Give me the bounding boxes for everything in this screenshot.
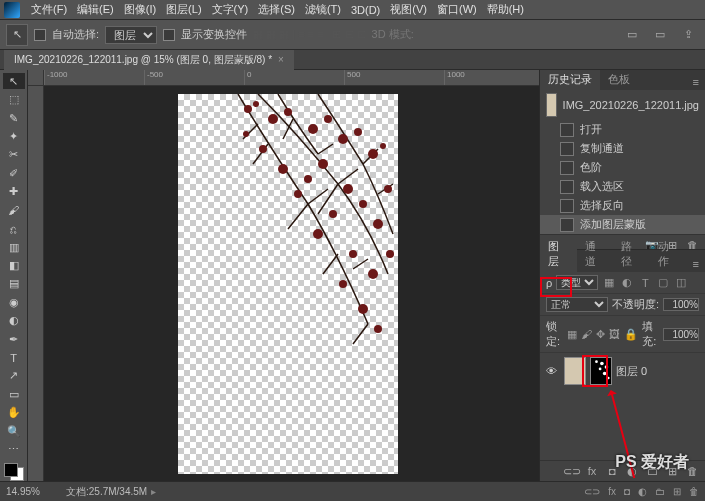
footer-link-icon[interactable]: ⊂⊃ <box>584 486 600 497</box>
panel-menu-icon[interactable]: ≡ <box>687 74 705 90</box>
lock-pos-icon[interactable]: ✥ <box>596 327 605 341</box>
tab-actions[interactable]: 动作 <box>650 236 687 272</box>
layer-row[interactable]: 👁 图层 0 <box>540 353 705 389</box>
history-brush-tool[interactable]: ▥ <box>3 239 25 255</box>
menu-view[interactable]: 视图(V) <box>385 0 432 19</box>
svg-point-11 <box>304 175 312 183</box>
menu-layer[interactable]: 图层(L) <box>161 0 206 19</box>
layer-name[interactable]: 图层 0 <box>616 364 647 379</box>
zoom-level[interactable]: 14.95% <box>6 486 66 497</box>
layer-list[interactable]: 👁 图层 0 添加图层蒙版 <box>540 353 705 460</box>
shape-tool[interactable]: ▭ <box>3 386 25 402</box>
footer-mask-icon[interactable]: ◘ <box>624 486 630 497</box>
tab-layers[interactable]: 图层 <box>540 236 577 272</box>
tab-channels[interactable]: 通道 <box>577 236 614 272</box>
hand-tool[interactable]: ✋ <box>3 405 25 421</box>
right-panel: 历史记录 色板 ≡ IMG_20210226_122011.jpg 打开 复制通… <box>539 70 705 481</box>
stamp-tool[interactable]: ⎌ <box>3 220 25 236</box>
move-tool[interactable]: ↖ <box>3 73 25 89</box>
panel-icon-1[interactable]: ▭ <box>621 24 643 46</box>
type-tool[interactable]: T <box>3 349 25 365</box>
history-item-open[interactable]: 打开 <box>540 120 705 139</box>
document-tab[interactable]: IMG_20210226_122011.jpg @ 15% (图层 0, 图层蒙… <box>4 50 294 70</box>
gradient-tool[interactable]: ▤ <box>3 276 25 292</box>
svg-point-20 <box>358 304 368 314</box>
filter-img-icon[interactable]: ▦ <box>602 276 616 290</box>
history-source[interactable]: IMG_20210226_122011.jpg <box>540 90 705 120</box>
footer-trash-icon[interactable]: 🗑 <box>689 486 699 497</box>
status-menu-arrow[interactable]: ▸ <box>151 486 156 497</box>
filter-adj-icon[interactable]: ◐ <box>620 276 634 290</box>
brush-tool[interactable]: 🖌 <box>3 202 25 218</box>
share-icon[interactable]: ⇪ <box>677 24 699 46</box>
filter-type-icon[interactable]: T <box>638 276 652 290</box>
tab-paths[interactable]: 路径 <box>613 236 650 272</box>
color-swatch[interactable] <box>4 463 24 481</box>
eyedropper-tool[interactable]: ✐ <box>3 165 25 181</box>
auto-select-checkbox[interactable] <box>34 29 46 41</box>
fill-input[interactable] <box>663 328 699 341</box>
tab-history[interactable]: 历史记录 <box>540 70 600 90</box>
auto-select-dropdown[interactable]: 图层 <box>105 26 157 44</box>
menu-window[interactable]: 窗口(W) <box>432 0 482 19</box>
pen-tool[interactable]: ✒ <box>3 331 25 347</box>
svg-point-26 <box>384 185 392 193</box>
visibility-icon[interactable]: 👁 <box>546 365 560 377</box>
menu-edit[interactable]: 编辑(E) <box>72 0 119 19</box>
menu-file[interactable]: 文件(F) <box>26 0 72 19</box>
menu-select[interactable]: 选择(S) <box>253 0 300 19</box>
filter-shape-icon[interactable]: ▢ <box>656 276 670 290</box>
lock-pixel-icon[interactable]: 🖌 <box>581 327 592 341</box>
watermark: PS 爱好者 <box>615 452 689 473</box>
history-thumb <box>546 93 557 117</box>
filter-smart-icon[interactable]: ◫ <box>674 276 688 290</box>
layer-kind-dropdown[interactable]: 类型 <box>556 275 598 290</box>
fg-color[interactable] <box>4 463 18 477</box>
lock-trans-icon[interactable]: ▦ <box>567 327 577 341</box>
svg-point-15 <box>329 210 337 218</box>
marquee-tool[interactable]: ⬚ <box>3 91 25 107</box>
history-item-levels[interactable]: 色阶 <box>540 158 705 177</box>
menu-image[interactable]: 图像(I) <box>119 0 161 19</box>
lock-all-icon[interactable]: 🔒 <box>624 327 638 341</box>
blur-tool[interactable]: ◉ <box>3 294 25 310</box>
history-item-inverse[interactable]: 选择反向 <box>540 196 705 215</box>
layers-menu-icon[interactable]: ≡ <box>687 256 705 272</box>
path-tool[interactable]: ↗ <box>3 368 25 384</box>
fx-icon[interactable]: fx <box>585 464 599 478</box>
canvas-area[interactable]: -1000-500050010001500200025003000 <box>28 70 539 481</box>
canvas[interactable] <box>178 94 398 474</box>
menu-help[interactable]: 帮助(H) <box>482 0 529 19</box>
lock-nest-icon[interactable]: 🖼 <box>609 327 620 341</box>
opacity-input[interactable] <box>663 298 699 311</box>
link-icon[interactable]: ⊂⊃ <box>565 464 579 478</box>
menu-3d[interactable]: 3D(D) <box>346 2 385 18</box>
eraser-tool[interactable]: ◧ <box>3 257 25 273</box>
footer-fx-icon[interactable]: fx <box>608 486 616 497</box>
blend-mode-dropdown[interactable]: 正常 <box>546 297 608 312</box>
history-item-load-sel[interactable]: 载入选区 <box>540 177 705 196</box>
footer-new-icon[interactable]: ⊞ <box>673 486 681 497</box>
footer-group-icon[interactable]: 🗀 <box>655 486 665 497</box>
panel-icon-2[interactable]: ▭ <box>649 24 671 46</box>
trash-icon[interactable]: 🗑 <box>685 238 699 250</box>
wand-tool[interactable]: ✦ <box>3 128 25 144</box>
history-item-add-mask[interactable]: 添加图层蒙版 <box>540 215 705 234</box>
layer-thumbnail[interactable] <box>564 357 586 385</box>
zoom-tool[interactable]: 🔍 <box>3 423 25 439</box>
layer-mask-thumbnail[interactable] <box>590 357 612 385</box>
edit-toolbar[interactable]: ⋯ <box>3 441 25 457</box>
tab-swatches[interactable]: 色板 <box>600 70 638 90</box>
menu-type[interactable]: 文字(Y) <box>207 0 254 19</box>
dodge-tool[interactable]: ◐ <box>3 312 25 328</box>
heal-tool[interactable]: ✚ <box>3 184 25 200</box>
move-tool-icon[interactable]: ↖ <box>6 24 28 46</box>
close-tab-icon[interactable]: × <box>278 54 284 65</box>
show-controls-checkbox[interactable] <box>163 29 175 41</box>
menu-filter[interactable]: 滤镜(T) <box>300 0 346 19</box>
footer-adj-icon[interactable]: ◐ <box>638 486 647 497</box>
crop-tool[interactable]: ✂ <box>3 147 25 163</box>
svg-point-2 <box>268 114 278 124</box>
history-item-dup-channel[interactable]: 复制通道 <box>540 139 705 158</box>
lasso-tool[interactable]: ✎ <box>3 110 25 126</box>
